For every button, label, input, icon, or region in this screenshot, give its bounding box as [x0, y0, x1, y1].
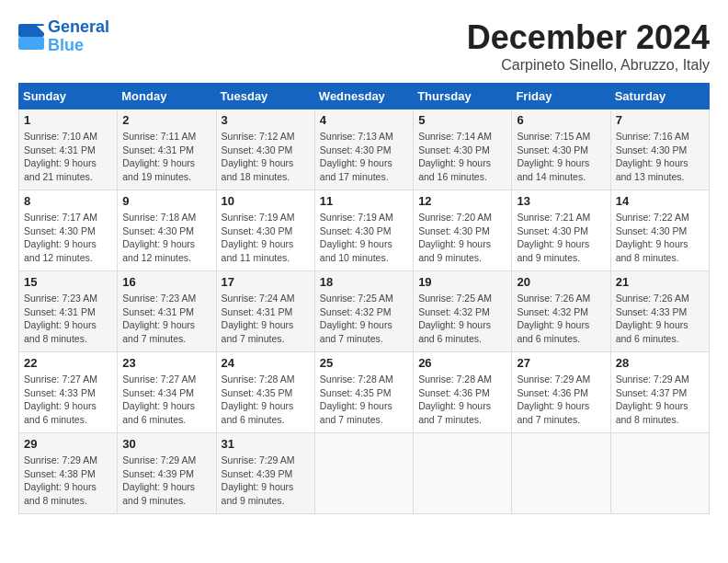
- svg-rect-1: [18, 37, 44, 50]
- day-info: Sunrise: 7:19 AM Sunset: 4:30 PM Dayligh…: [320, 211, 408, 265]
- day-number: 9: [122, 194, 210, 208]
- day-number: 16: [122, 275, 210, 289]
- day-info: Sunrise: 7:17 AM Sunset: 4:30 PM Dayligh…: [24, 211, 112, 265]
- daylight: Daylight: 9 hours and 7 minutes.: [222, 318, 310, 345]
- day-info: Sunrise: 7:29 AM Sunset: 4:37 PM Dayligh…: [616, 373, 704, 427]
- sunset: Sunset: 4:32 PM: [320, 305, 408, 319]
- day-info: Sunrise: 7:15 AM Sunset: 4:30 PM Dayligh…: [517, 130, 605, 184]
- sunset: Sunset: 4:31 PM: [24, 305, 112, 319]
- col-wednesday: Wednesday: [314, 84, 413, 109]
- day-number: 19: [418, 275, 506, 289]
- calendar-cell: 8 Sunrise: 7:17 AM Sunset: 4:30 PM Dayli…: [19, 190, 118, 271]
- day-info: Sunrise: 7:29 AM Sunset: 4:38 PM Dayligh…: [24, 454, 112, 508]
- daylight: Daylight: 9 hours and 12 minutes.: [24, 237, 112, 264]
- calendar-cell: 17 Sunrise: 7:24 AM Sunset: 4:31 PM Dayl…: [216, 271, 314, 352]
- day-info: Sunrise: 7:26 AM Sunset: 4:33 PM Dayligh…: [616, 292, 704, 346]
- calendar-cell: 2 Sunrise: 7:11 AM Sunset: 4:31 PM Dayli…: [118, 109, 216, 190]
- sunset: Sunset: 4:30 PM: [222, 144, 310, 157]
- daylight: Daylight: 9 hours and 7 minutes.: [320, 399, 408, 426]
- day-info: Sunrise: 7:24 AM Sunset: 4:31 PM Dayligh…: [222, 292, 310, 346]
- sunrise: Sunrise: 7:22 AM: [616, 211, 704, 224]
- sunrise: Sunrise: 7:28 AM: [418, 373, 506, 386]
- sunset: Sunset: 4:37 PM: [616, 386, 704, 400]
- sunrise: Sunrise: 7:19 AM: [222, 211, 310, 224]
- sunset: Sunset: 4:30 PM: [418, 224, 506, 238]
- sunrise: Sunrise: 7:29 AM: [222, 454, 310, 467]
- sunset: Sunset: 4:33 PM: [616, 305, 704, 319]
- day-number: 27: [517, 356, 605, 370]
- day-number: 29: [24, 437, 112, 451]
- day-info: Sunrise: 7:18 AM Sunset: 4:30 PM Dayligh…: [122, 211, 210, 265]
- sunset: Sunset: 4:33 PM: [24, 386, 112, 400]
- day-number: 6: [517, 113, 605, 127]
- day-number: 31: [222, 437, 310, 451]
- sunrise: Sunrise: 7:29 AM: [122, 454, 210, 467]
- calendar-cell: 25 Sunrise: 7:28 AM Sunset: 4:35 PM Dayl…: [314, 352, 413, 433]
- col-monday: Monday: [118, 84, 216, 109]
- sunrise: Sunrise: 7:23 AM: [24, 292, 112, 305]
- daylight: Daylight: 9 hours and 6 minutes.: [24, 399, 112, 426]
- day-number: 15: [24, 275, 112, 289]
- title-block: December 2024 Carpineto Sinello, Abruzzo…: [467, 18, 710, 74]
- sunrise: Sunrise: 7:26 AM: [517, 292, 605, 305]
- day-info: Sunrise: 7:28 AM Sunset: 4:35 PM Dayligh…: [320, 373, 408, 427]
- day-info: Sunrise: 7:10 AM Sunset: 4:31 PM Dayligh…: [24, 130, 112, 184]
- logo: General Blue: [18, 18, 109, 55]
- calendar-table: Sunday Monday Tuesday Wednesday Thursday…: [18, 83, 710, 514]
- daylight: Daylight: 9 hours and 19 minutes.: [122, 156, 210, 183]
- sunrise: Sunrise: 7:11 AM: [122, 130, 210, 144]
- daylight: Daylight: 9 hours and 9 minutes.: [122, 480, 210, 507]
- sunrise: Sunrise: 7:12 AM: [222, 130, 310, 144]
- day-info: Sunrise: 7:26 AM Sunset: 4:32 PM Dayligh…: [517, 292, 605, 346]
- calendar-cell: [314, 433, 413, 514]
- sunset: Sunset: 4:30 PM: [616, 144, 704, 157]
- day-number: 10: [222, 194, 310, 208]
- day-number: 4: [320, 113, 408, 127]
- calendar-cell: 22 Sunrise: 7:27 AM Sunset: 4:33 PM Dayl…: [19, 352, 118, 433]
- sunset: Sunset: 4:30 PM: [517, 224, 605, 238]
- calendar-cell: 5 Sunrise: 7:14 AM Sunset: 4:30 PM Dayli…: [414, 109, 512, 190]
- daylight: Daylight: 9 hours and 18 minutes.: [222, 156, 310, 183]
- sunrise: Sunrise: 7:28 AM: [320, 373, 408, 386]
- day-number: 25: [320, 356, 408, 370]
- calendar-header-row: Sunday Monday Tuesday Wednesday Thursday…: [19, 84, 710, 109]
- col-friday: Friday: [512, 84, 610, 109]
- calendar-cell: 21 Sunrise: 7:26 AM Sunset: 4:33 PM Dayl…: [610, 271, 709, 352]
- day-number: 5: [418, 113, 506, 127]
- daylight: Daylight: 9 hours and 11 minutes.: [222, 237, 310, 264]
- sunset: Sunset: 4:30 PM: [222, 224, 310, 238]
- calendar-cell: [610, 433, 709, 514]
- calendar-cell: 31 Sunrise: 7:29 AM Sunset: 4:39 PM Dayl…: [216, 433, 314, 514]
- sunset: Sunset: 4:30 PM: [517, 144, 605, 157]
- day-number: 22: [24, 356, 112, 370]
- calendar-cell: 14 Sunrise: 7:22 AM Sunset: 4:30 PM Dayl…: [610, 190, 709, 271]
- day-info: Sunrise: 7:28 AM Sunset: 4:35 PM Dayligh…: [222, 373, 310, 427]
- day-info: Sunrise: 7:27 AM Sunset: 4:34 PM Dayligh…: [122, 373, 210, 427]
- calendar-cell: 3 Sunrise: 7:12 AM Sunset: 4:30 PM Dayli…: [216, 109, 314, 190]
- daylight: Daylight: 9 hours and 8 minutes.: [24, 318, 112, 345]
- daylight: Daylight: 9 hours and 7 minutes.: [320, 318, 408, 345]
- sunset: Sunset: 4:31 PM: [222, 305, 310, 319]
- sunset: Sunset: 4:32 PM: [418, 305, 506, 319]
- sunset: Sunset: 4:34 PM: [122, 386, 210, 400]
- calendar-cell: [512, 433, 610, 514]
- day-number: 2: [122, 113, 210, 127]
- sunset: Sunset: 4:36 PM: [517, 386, 605, 400]
- day-number: 30: [122, 437, 210, 451]
- calendar-cell: 6 Sunrise: 7:15 AM Sunset: 4:30 PM Dayli…: [512, 109, 610, 190]
- daylight: Daylight: 9 hours and 12 minutes.: [122, 237, 210, 264]
- sunset: Sunset: 4:30 PM: [320, 144, 408, 157]
- month-title: December 2024: [467, 18, 710, 57]
- logo-line2: Blue: [48, 36, 84, 54]
- sunset: Sunset: 4:30 PM: [122, 224, 210, 238]
- sunrise: Sunrise: 7:26 AM: [616, 292, 704, 305]
- daylight: Daylight: 9 hours and 6 minutes.: [616, 318, 704, 345]
- sunrise: Sunrise: 7:17 AM: [24, 211, 112, 224]
- sunset: Sunset: 4:31 PM: [122, 144, 210, 157]
- calendar-cell: 16 Sunrise: 7:23 AM Sunset: 4:31 PM Dayl…: [118, 271, 216, 352]
- day-info: Sunrise: 7:12 AM Sunset: 4:30 PM Dayligh…: [222, 130, 310, 184]
- daylight: Daylight: 9 hours and 14 minutes.: [517, 156, 605, 183]
- calendar-week-row: 8 Sunrise: 7:17 AM Sunset: 4:30 PM Dayli…: [19, 190, 710, 271]
- calendar-cell: [414, 433, 512, 514]
- location-title: Carpineto Sinello, Abruzzo, Italy: [467, 57, 710, 74]
